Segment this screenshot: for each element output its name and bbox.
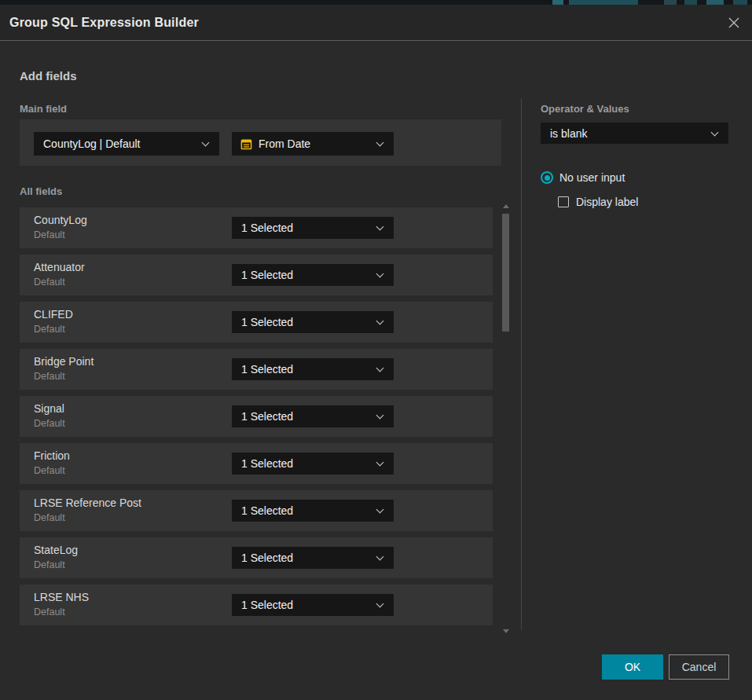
chevron-down-icon [376, 365, 384, 372]
field-row: LRSE NHS Default 1 Selected [20, 585, 493, 625]
field-sublabel: Default [34, 277, 65, 288]
field-sublabel: Default [34, 465, 65, 476]
cancel-button[interactable]: Cancel [669, 654, 729, 680]
field-row: Attenuator Default 1 Selected [20, 255, 493, 295]
field-row: Signal Default 1 Selected [20, 396, 493, 437]
field-selection-value: 1 Selected [232, 363, 377, 376]
no-user-input-radio[interactable]: No user input [541, 171, 625, 184]
chevron-down-icon [376, 270, 384, 278]
field-name: Signal [34, 402, 64, 415]
operator-select-value: is blank [541, 127, 712, 140]
field-name: LRSE Reference Post [34, 497, 141, 509]
field-sublabel: Default [34, 324, 65, 335]
group-sql-expression-builder-dialog: Group SQL Expression Builder Add fields … [0, 5, 752, 700]
checkbox-label: Display label [576, 196, 638, 208]
checkbox-unchecked-icon [558, 196, 569, 207]
radio-label: No user input [559, 171, 625, 184]
field-row: CountyLog Default 1 Selected [20, 207, 493, 248]
main-field-label: Main field [20, 103, 67, 115]
chevron-down-icon [376, 459, 384, 467]
field-selection-value: 1 Selected [232, 316, 377, 328]
field-selection-value: 1 Selected [232, 504, 377, 517]
field-name: LRSE NHS [34, 591, 89, 603]
main-field-panel: CountyLog | Default From Date [20, 119, 501, 166]
layer-select-value: CountyLog | Default [34, 137, 203, 150]
field-selection-value: 1 Selected [232, 222, 377, 234]
chevron-down-icon [376, 412, 384, 420]
field-row: CLIFED Default 1 Selected [20, 302, 493, 343]
field-selection-dropdown[interactable]: 1 Selected [232, 547, 394, 569]
chevron-down-icon [376, 553, 384, 561]
field-selection-dropdown[interactable]: 1 Selected [232, 217, 394, 239]
field-sublabel: Default [34, 371, 65, 382]
calendar-icon [240, 138, 252, 150]
field-sublabel: Default [34, 607, 65, 618]
field-sublabel: Default [34, 418, 65, 429]
chevron-down-icon [376, 506, 384, 514]
close-icon [727, 16, 741, 30]
field-sublabel: Default [34, 229, 65, 240]
display-label-checkbox[interactable]: Display label [558, 196, 638, 208]
field-select-value: From Date [252, 137, 377, 150]
chevron-down-icon [202, 139, 210, 147]
field-name: Friction [34, 449, 70, 462]
field-select[interactable]: From Date [232, 132, 394, 156]
field-selection-dropdown[interactable]: 1 Selected [232, 594, 394, 616]
field-sublabel: Default [34, 512, 65, 523]
operator-values-label: Operator & Values [541, 103, 629, 115]
field-selection-value: 1 Selected [232, 599, 377, 611]
field-row: Bridge Point Default 1 Selected [20, 349, 493, 390]
field-selection-dropdown[interactable]: 1 Selected [232, 358, 394, 380]
all-fields-label: All fields [20, 185, 62, 197]
chevron-down-icon [376, 600, 384, 608]
all-fields-list: CountyLog Default 1 Selected Attenuator … [20, 207, 493, 632]
field-row: Friction Default 1 Selected [20, 443, 493, 484]
field-selection-dropdown[interactable]: 1 Selected [232, 405, 394, 427]
field-name: StateLog [34, 544, 78, 556]
field-selection-value: 1 Selected [232, 457, 377, 470]
scroll-up-icon[interactable] [503, 204, 509, 208]
field-selection-dropdown[interactable]: 1 Selected [232, 311, 394, 333]
field-name: CountyLog [34, 214, 87, 226]
ok-button[interactable]: OK [602, 654, 663, 680]
field-sublabel: Default [34, 559, 65, 570]
field-selection-value: 1 Selected [232, 552, 377, 564]
field-selection-dropdown[interactable]: 1 Selected [232, 500, 394, 522]
field-name: Bridge Point [34, 355, 94, 368]
field-name: CLIFED [34, 308, 73, 321]
field-selection-value: 1 Selected [232, 410, 377, 423]
add-fields-heading: Add fields [20, 69, 77, 82]
vertical-divider [521, 98, 522, 630]
radio-selected-icon [541, 171, 553, 184]
chevron-down-icon [376, 317, 384, 325]
field-selection-dropdown[interactable]: 1 Selected [232, 453, 394, 475]
field-selection-value: 1 Selected [232, 269, 377, 281]
operator-select[interactable]: is blank [541, 123, 728, 144]
field-row: StateLog Default 1 Selected [20, 537, 493, 578]
scrollbar-thumb[interactable] [502, 214, 509, 332]
dialog-title: Group SQL Expression Builder [9, 5, 199, 41]
chevron-down-icon [376, 139, 384, 147]
field-name: Attenuator [34, 261, 85, 273]
scroll-down-icon[interactable] [503, 629, 509, 633]
field-row: LRSE Reference Post Default 1 Selected [20, 490, 493, 531]
list-scrollbar[interactable] [501, 201, 512, 635]
close-button[interactable] [725, 14, 743, 31]
chevron-down-icon [376, 223, 384, 231]
layer-select[interactable]: CountyLog | Default [34, 132, 219, 156]
dialog-header: Group SQL Expression Builder [0, 5, 752, 41]
field-selection-dropdown[interactable]: 1 Selected [232, 264, 394, 286]
chevron-down-icon [711, 128, 719, 136]
